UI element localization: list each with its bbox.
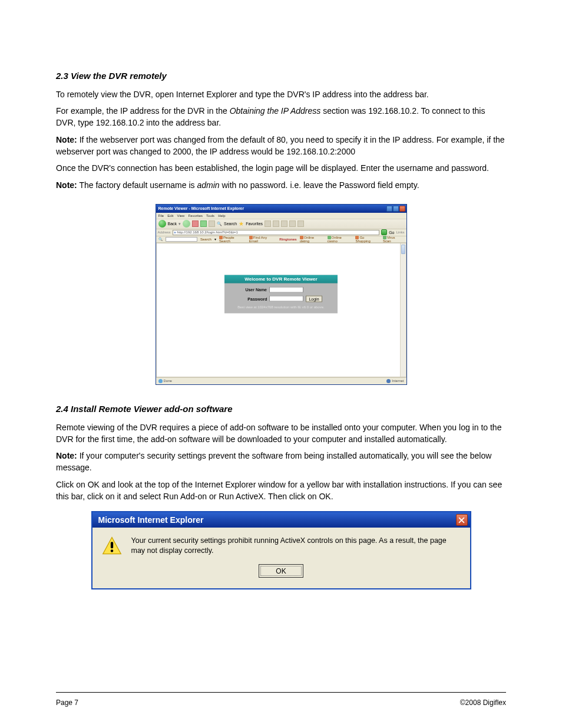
menu-file[interactable]: File (158, 214, 164, 218)
maximize-button[interactable] (393, 206, 399, 212)
scrollbar-thumb[interactable] (401, 245, 405, 254)
linkbar-people[interactable]: People Search (219, 236, 246, 243)
copyright: ©2008 Digiflex (460, 699, 506, 707)
page-content: 2.3 View the DVR remotely To remotely vi… (0, 0, 562, 589)
login-note: Best view at 1024x768 resolution with IE… (230, 305, 332, 308)
warning-icon (102, 536, 122, 556)
ie-window: Remote Viewer - Microsoft Internet Explo… (156, 204, 407, 385)
note-label: Note: (56, 451, 77, 460)
dialog-body: Your current security settings prohibit … (92, 528, 470, 588)
menu-edit[interactable]: Edit (167, 214, 173, 218)
paragraph: For example, the IP address for the DVR … (56, 105, 506, 129)
page-number: Page 7 (56, 699, 78, 707)
login-button[interactable]: Login (306, 295, 322, 302)
dialog-title: Microsoft Internet Explorer (98, 514, 204, 526)
status-zone: Internet (386, 379, 404, 383)
favorites-icon[interactable]: ★ (239, 221, 244, 227)
svg-rect-1 (110, 542, 113, 549)
linkbar-dating[interactable]: Online dating (300, 236, 325, 243)
search-label[interactable]: Search (224, 222, 237, 226)
stop-icon[interactable] (192, 220, 199, 227)
status-done: Done (158, 379, 172, 383)
ok-button[interactable]: OK (259, 564, 303, 578)
paragraph: To remotely view the DVR, open Internet … (56, 88, 506, 100)
print-icon[interactable] (281, 220, 287, 227)
note-label: Note: (56, 180, 77, 190)
minimize-button[interactable] (386, 206, 392, 212)
home-icon[interactable] (209, 220, 215, 227)
footer: Page 7 ©2008 Digiflex (56, 699, 506, 707)
text: If the webserver port was changed from t… (56, 135, 505, 156)
close-button[interactable] (399, 206, 405, 212)
linkbar-icon: 🔍 (158, 238, 163, 241)
linkbar: 🔍 Search ▾ People Search Find Any Email … (156, 236, 406, 243)
login-card: Welcome to DVR Remote Viewer User Name P… (224, 275, 338, 313)
text: with no password. i.e. leave the Passwor… (220, 180, 419, 190)
screenshot-login: Remote Viewer - Microsoft Internet Explo… (156, 204, 407, 385)
paragraph: Remote viewing of the DVR requires a pie… (56, 421, 506, 446)
favorites-label[interactable]: Favorites (246, 222, 263, 226)
menu-favorites[interactable]: Favorites (188, 214, 203, 218)
svg-point-2 (110, 550, 113, 552)
dialog-message: Your current security settings prohibit … (131, 536, 461, 556)
scrollbar[interactable] (400, 243, 406, 377)
linkbar-search[interactable]: Search (200, 238, 211, 241)
footer-rule (56, 692, 506, 693)
back-icon[interactable] (158, 220, 166, 228)
note-paragraph: Note: The factory default username is ad… (56, 179, 506, 191)
refresh-icon[interactable] (200, 220, 207, 227)
linkbar-virus[interactable]: Virus Scan (383, 236, 404, 243)
screenshot-alert: Microsoft Internet Explorer Your current… (91, 511, 471, 589)
linkbar-search-input[interactable] (166, 237, 197, 242)
paragraph: Once the DVR's connection has been estab… (56, 162, 506, 174)
go-button[interactable] (381, 229, 387, 235)
section-heading-1: 2.3 View the DVR remotely (56, 70, 506, 83)
address-input[interactable]: e http://192.168.10.2/login.html?d=0&t=1 (173, 230, 380, 235)
alert-dialog: Microsoft Internet Explorer Your current… (91, 511, 471, 589)
note-paragraph: Note: If your computer's security settin… (56, 450, 506, 474)
menu-help[interactable]: Help (218, 214, 225, 218)
note-paragraph: Note: If the webserver port was changed … (56, 134, 506, 158)
login-title: Welcome to DVR Remote Viewer (224, 275, 338, 283)
menu-tools[interactable]: Tools (206, 214, 214, 218)
linkbar-ringtones[interactable]: Ringtones (279, 238, 296, 241)
discuss-icon[interactable] (297, 220, 304, 227)
note-label: Note: (56, 135, 77, 144)
content-area: Welcome to DVR Remote Viewer User Name P… (156, 243, 406, 377)
linkbar-casino[interactable]: Online casino (328, 236, 353, 243)
username-input[interactable] (269, 286, 303, 292)
toolbar: Back ▾ 🔍 Search ★ Favorites (156, 219, 406, 229)
history-icon[interactable] (265, 220, 271, 227)
window-title: Remote Viewer - Microsoft Internet Explo… (158, 206, 244, 210)
address-url: http://192.168.10.2/login.html?d=0&t=1 (177, 230, 238, 234)
menu-view[interactable]: View (177, 214, 185, 218)
dialog-titlebar: Microsoft Internet Explorer (92, 512, 470, 528)
go-label[interactable]: Go (389, 230, 394, 235)
forward-icon[interactable] (183, 220, 190, 228)
text: For example, the IP address for the DVR … (56, 106, 227, 116)
edit-icon[interactable] (289, 220, 296, 227)
links-label: Links (396, 230, 404, 234)
text-italic: admin (197, 180, 219, 190)
text-italic: Obtaining the IP Address (227, 106, 323, 116)
text: The factory default username is (77, 180, 197, 190)
status-bar: Done Internet (156, 377, 406, 384)
titlebar: Remote Viewer - Microsoft Internet Explo… (156, 205, 406, 213)
linkbar-shopping[interactable]: Go Shopping (355, 236, 380, 243)
menubar: File Edit View Favorites Tools Help (156, 213, 406, 219)
section-heading-2: 2.4 Install Remote Viewer add-on softwar… (56, 403, 506, 416)
password-input[interactable] (269, 296, 303, 302)
address-label: Address (158, 230, 171, 234)
mail-icon[interactable] (273, 220, 279, 227)
text: If your computer's security settings pre… (56, 451, 491, 472)
back-label[interactable]: Back (168, 222, 177, 226)
paragraph: Click on OK and look at the top of the I… (56, 479, 506, 503)
username-label: User Name (240, 288, 267, 292)
close-button[interactable] (456, 514, 468, 526)
password-label: Password (240, 297, 267, 301)
search-icon[interactable]: 🔍 (217, 222, 222, 226)
linkbar-email[interactable]: Find Any Email (249, 236, 277, 243)
